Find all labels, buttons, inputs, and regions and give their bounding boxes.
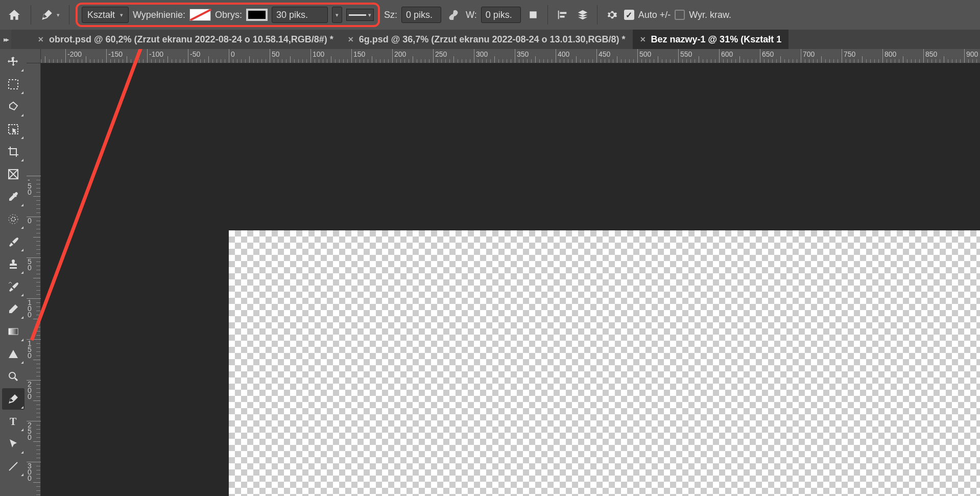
pen-tool[interactable] — [2, 388, 25, 410]
svg-rect-6 — [9, 328, 18, 335]
close-icon[interactable]: ✕ — [640, 35, 646, 43]
move-tool[interactable] — [2, 51, 25, 73]
fill-label: Wypełnienie: — [133, 10, 185, 20]
path-selection-tool[interactable] — [2, 433, 25, 455]
line-icon — [349, 14, 366, 16]
svg-rect-0 — [530, 11, 536, 18]
gradient-tool[interactable] — [2, 321, 25, 342]
gear-button[interactable] — [604, 7, 620, 23]
frame-tool[interactable] — [2, 163, 25, 185]
cursor-icon — [7, 438, 19, 450]
path-alignment-button[interactable] — [554, 7, 570, 23]
annotation-highlight: Kształt ▾ Wypełnienie: Obrys: 30 piks. ▾… — [76, 3, 380, 27]
move-icon — [7, 56, 19, 68]
marquee-icon — [7, 78, 19, 90]
lasso-tool[interactable] — [2, 96, 25, 117]
home-icon — [8, 8, 21, 21]
tab-label: Bez nazwy-1 @ 31% (Kształt 1 — [651, 34, 782, 45]
vertical-ruler[interactable]: - 5 005 01 0 01 5 02 0 02 5 03 0 03 5 0 — [27, 63, 41, 496]
zoom-icon — [7, 370, 19, 383]
align-icon — [557, 9, 568, 20]
healing-icon — [7, 213, 19, 225]
svg-rect-1 — [9, 80, 18, 89]
brush-tool[interactable] — [2, 231, 25, 252]
marquee-tool[interactable] — [2, 74, 25, 95]
shape-height-value: 0 piks. — [486, 10, 512, 20]
canvas-area[interactable]: -300-250-200-150-100-5005010015020025030… — [27, 49, 980, 496]
separator — [597, 5, 597, 25]
shape-width-value: 0 piks. — [406, 10, 433, 20]
horizontal-ruler[interactable]: -300-250-200-150-100-5005010015020025030… — [41, 49, 980, 63]
history-brush-tool[interactable] — [2, 276, 25, 297]
document-tab[interactable]: ✕ Bez nazwy-1 @ 31% (Kształt 1 — [633, 30, 789, 49]
expand-panels-button[interactable]: ▸▸ — [0, 30, 11, 49]
lasso-icon — [7, 101, 19, 113]
chevron-down-icon: ▾ — [336, 12, 339, 18]
auto-label: Auto +/- — [638, 10, 671, 20]
eraser-tool[interactable] — [2, 298, 25, 320]
object-select-icon — [7, 123, 19, 135]
zoom-tool[interactable] — [2, 366, 25, 387]
document-tab[interactable]: ✕ obrot.psd @ 60,2% (Zrzut ekranu 2022-0… — [31, 30, 341, 49]
tool-preset-picker[interactable]: ▾ — [37, 6, 63, 23]
chevron-down-icon: ▾ — [57, 12, 60, 18]
crop-icon — [7, 146, 19, 158]
frame-icon — [7, 168, 19, 180]
healing-tool[interactable] — [2, 208, 25, 230]
document-canvas[interactable] — [229, 230, 980, 496]
svg-point-4 — [11, 217, 15, 221]
height-w-label: W: — [466, 10, 477, 20]
tab-label: obrot.psd @ 60,2% (Zrzut ekranu 2022-08-… — [49, 34, 333, 45]
chevron-down-icon: ▾ — [120, 12, 123, 18]
toolbox: T — [0, 49, 27, 496]
link-wh-button[interactable] — [445, 7, 462, 23]
square-icon — [528, 10, 538, 20]
close-icon[interactable]: ✕ — [348, 35, 354, 43]
document-tabs: ✕ obrot.psd @ 60,2% (Zrzut ekranu 2022-0… — [0, 30, 980, 49]
stroke-style-dropdown[interactable]: ▾ — [346, 9, 374, 21]
type-tool[interactable]: T — [2, 411, 25, 432]
document-tab[interactable]: ✕ 6g.psd @ 36,7% (Zrzut ekranu 2022-08-2… — [341, 30, 633, 49]
stroke-width-value: 30 piks. — [276, 10, 308, 20]
fill-swatch[interactable] — [189, 9, 211, 21]
tab-label: 6g.psd @ 36,7% (Zrzut ekranu 2022-08-24 … — [359, 34, 626, 45]
triangle-icon — [7, 348, 19, 360]
align-edges-label: Wyr. kraw. — [689, 10, 731, 20]
pen-icon — [7, 393, 19, 405]
eyedropper-tool[interactable] — [2, 186, 25, 207]
path-arrangement-button[interactable] — [575, 7, 591, 23]
object-selection-tool[interactable] — [2, 119, 25, 140]
stamp-icon — [7, 258, 19, 270]
auto-add-delete-checkbox[interactable]: ✓ — [624, 10, 634, 20]
ruler-origin[interactable] — [27, 49, 41, 63]
close-icon[interactable]: ✕ — [38, 35, 44, 43]
svg-point-7 — [9, 372, 15, 379]
eyedropper-icon — [7, 191, 19, 203]
custom-shape-tool[interactable] — [2, 343, 25, 365]
options-bar: ▾ Kształt ▾ Wypełnienie: Obrys: 30 piks.… — [0, 0, 980, 30]
home-button[interactable] — [4, 5, 25, 25]
gear-icon — [606, 9, 617, 20]
shape-height-input[interactable]: 0 piks. — [481, 7, 521, 23]
align-edges-checkbox[interactable] — [675, 10, 685, 20]
clone-stamp-tool[interactable] — [2, 253, 25, 275]
eraser-icon — [7, 303, 19, 315]
line-icon — [7, 460, 19, 473]
svg-text:T: T — [10, 416, 17, 427]
crop-tool[interactable] — [2, 141, 25, 162]
brush-icon — [7, 235, 19, 248]
separator — [547, 5, 548, 25]
history-brush-icon — [7, 280, 19, 293]
main-area: T -300-250-200-150-100-50050100150200250… — [0, 49, 980, 496]
tool-mode-dropdown[interactable]: Kształt ▾ — [82, 7, 129, 23]
tool-mode-label: Kształt — [87, 10, 115, 20]
path-operations-button[interactable] — [525, 7, 541, 23]
type-icon: T — [7, 415, 19, 428]
stroke-swatch[interactable] — [246, 9, 268, 21]
line-tool[interactable] — [2, 456, 25, 477]
stack-icon — [577, 9, 588, 20]
separator — [31, 5, 31, 25]
stroke-width-dropdown[interactable]: ▾ — [332, 7, 342, 23]
shape-width-input[interactable]: 0 piks. — [401, 7, 441, 23]
stroke-width-input[interactable]: 30 piks. — [272, 7, 328, 23]
